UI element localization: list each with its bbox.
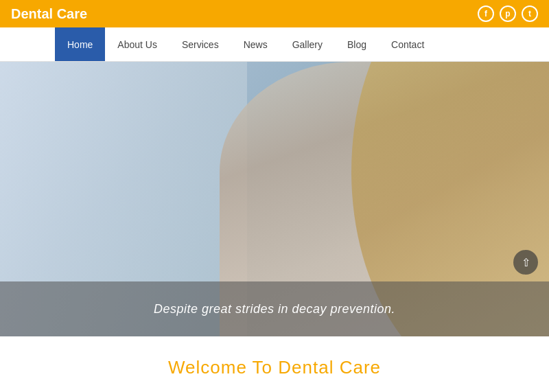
nav-item-gallery[interactable]: Gallery [280,27,335,61]
nav-item-about[interactable]: About Us [105,27,170,61]
hero-overlay: Despite great strides in decay preventio… [0,281,549,336]
top-bar: Dental Care f p t [0,0,549,27]
nav-item-contact[interactable]: Contact [379,27,436,61]
twitter-icon[interactable]: t [522,5,538,22]
facebook-icon[interactable]: f [478,5,494,22]
pinterest-icon[interactable]: p [500,5,516,22]
navigation: Home About Us Services News Gallery Blog… [0,27,549,62]
nav-item-blog[interactable]: Blog [335,27,379,61]
nav-item-services[interactable]: Services [170,27,231,61]
nav-item-news[interactable]: News [231,27,280,61]
social-icons-container: f p t [478,5,538,22]
welcome-section: Welcome To Dental Care [0,336,549,392]
nav-item-home[interactable]: Home [55,27,105,61]
welcome-title: Welcome To Dental Care [14,357,535,378]
site-title: Dental Care [11,6,87,22]
hero-tagline: Despite great strides in decay preventio… [154,302,395,316]
hero-section: Despite great strides in decay preventio… [0,62,549,336]
scroll-to-top-button[interactable]: ⇧ [513,250,538,275]
